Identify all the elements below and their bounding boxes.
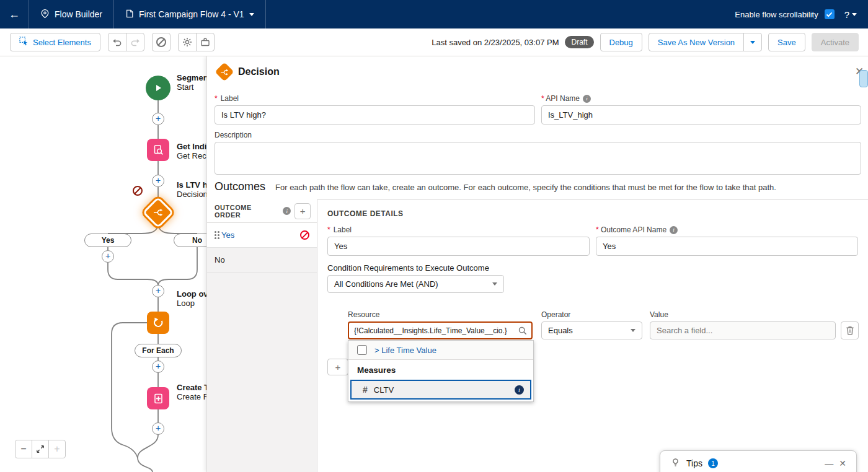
add-element-button[interactable]: +: [152, 361, 164, 373]
toolbox-icon: [200, 37, 210, 47]
play-icon: [153, 83, 163, 93]
add-element-button[interactable]: +: [102, 250, 114, 263]
add-element-button[interactable]: +: [152, 422, 164, 435]
value-input[interactable]: [650, 321, 836, 339]
app-header: ← Flow Builder First Campaign Flow 4 - V…: [0, 0, 868, 28]
description-textarea[interactable]: [215, 142, 861, 175]
expand-icon: [36, 445, 45, 453]
delete-outcome-icon[interactable]: [300, 230, 309, 240]
dropdown-back-row[interactable]: > Life Time Value: [348, 341, 533, 360]
add-condition-button[interactable]: +: [327, 359, 348, 375]
redo-button[interactable]: [126, 33, 144, 51]
minimize-button[interactable]: —: [825, 458, 833, 468]
status-badge: Draft: [565, 36, 593, 48]
operator-select[interactable]: Equals: [541, 321, 642, 339]
save-as-new-version-button[interactable]: Save As New Version: [649, 33, 744, 51]
dropdown-section-header: Measures: [348, 360, 533, 378]
close-tips-button[interactable]: ✕: [839, 458, 846, 468]
select-elements-label: Select Elements: [33, 38, 91, 47]
start-node[interactable]: [146, 76, 170, 100]
dropdown-item-cltv[interactable]: # CLTV i: [350, 380, 531, 400]
get-records-label: Get IndiGet Reco: [177, 142, 206, 160]
add-element-button[interactable]: +: [152, 113, 164, 125]
info-icon[interactable]: i: [670, 226, 678, 234]
save-button[interactable]: Save: [768, 33, 805, 51]
outcomes-heading-row: Outcomes For each path the flow can take…: [215, 180, 776, 193]
header-right: Enable flow scrollability ?: [735, 9, 868, 20]
tips-count-badge: 1: [708, 458, 718, 468]
resource-label: Resource: [348, 310, 379, 319]
toolbox-button[interactable]: [196, 33, 215, 51]
help-menu[interactable]: ?: [844, 9, 857, 20]
tips-label: Tips: [686, 458, 702, 468]
scrollability-checkbox[interactable]: [825, 9, 835, 19]
get-records-node[interactable]: [147, 139, 169, 161]
debug-button[interactable]: Debug: [600, 33, 642, 51]
outcome-order-list: OUTCOME ORDER i + Yes No: [207, 199, 317, 472]
info-icon[interactable]: i: [515, 385, 524, 395]
view-errors-button[interactable]: [152, 33, 170, 51]
resource-combobox[interactable]: [348, 321, 533, 339]
value-label: Value: [650, 310, 668, 319]
save-as-group: Save As New Version: [649, 33, 762, 51]
loop-node[interactable]: [147, 312, 169, 334]
outcome-item-yes[interactable]: Yes: [207, 223, 317, 248]
outcome-item-label: Yes: [221, 230, 234, 240]
outcome-order-header: OUTCOME ORDER i +: [207, 199, 317, 223]
record-lookup-icon: [153, 144, 164, 156]
check-icon: [826, 12, 833, 17]
divider: [265, 0, 266, 28]
loop-icon: [153, 317, 164, 329]
create-records-label: Create TCreate R: [177, 383, 206, 401]
pill-label: For Each: [142, 346, 174, 355]
location-pin-icon: [40, 9, 50, 20]
panel-scrollbar[interactable]: [859, 70, 868, 87]
outcome-api-input[interactable]: [596, 237, 858, 256]
undo-redo-group: [108, 33, 144, 51]
info-icon[interactable]: i: [583, 95, 591, 103]
outcome-label-input[interactable]: [327, 237, 590, 256]
zoom-out-button[interactable]: −: [15, 440, 32, 458]
back-button[interactable]: ←: [0, 0, 29, 28]
select-elements-button[interactable]: Select Elements: [10, 33, 100, 51]
delete-condition-button[interactable]: [841, 321, 859, 339]
help-icon: ?: [844, 9, 849, 20]
label-input[interactable]: [215, 105, 535, 125]
outcome-pill-no[interactable]: No: [174, 234, 206, 247]
fit-to-view-button[interactable]: [32, 440, 49, 458]
outcome-item-no[interactable]: No: [207, 248, 317, 273]
api-name-input[interactable]: [541, 105, 861, 125]
tips-popup: Tips 1 — ✕: [660, 450, 857, 472]
zoom-in-button[interactable]: +: [48, 440, 66, 458]
resource-input[interactable]: [354, 326, 514, 335]
drag-handle-icon[interactable]: [215, 231, 216, 233]
flow-canvas[interactable]: SegmenStart Get IndiGet Reco Is LTV hiDe…: [0, 56, 206, 472]
undo-button[interactable]: [108, 33, 126, 51]
back-label: Life Time Value: [381, 346, 436, 355]
redo-icon: [130, 37, 140, 47]
decision-node[interactable]: [144, 199, 172, 226]
outcome-item-label: No: [215, 255, 225, 264]
outcome-api-label: Outcome API Name: [596, 225, 666, 234]
add-outcome-button[interactable]: +: [294, 203, 311, 219]
checkbox[interactable]: [357, 345, 367, 355]
chevron-down-icon: [631, 329, 636, 332]
description-label: Description: [215, 131, 861, 139]
settings-button[interactable]: [178, 33, 197, 51]
decision-node-label: Is LTV hiDecision: [177, 180, 206, 199]
settings-group: [178, 33, 215, 51]
minus-icon: −: [20, 444, 26, 455]
save-as-dropdown-button[interactable]: [743, 33, 762, 51]
condition-requirements-select[interactable]: All Conditions Are Met (AND): [327, 275, 504, 293]
flow-title-section[interactable]: First Campaign Flow 4 - V1: [114, 0, 265, 28]
for-each-pill[interactable]: For Each: [135, 344, 182, 357]
add-element-button[interactable]: +: [152, 285, 164, 297]
start-node-label: SegmenStart: [177, 73, 206, 92]
outcome-pill-yes[interactable]: Yes: [84, 234, 131, 247]
decision-panel-icon-wrap: [216, 63, 233, 81]
add-element-button[interactable]: +: [152, 175, 164, 187]
flow-connectors: [0, 56, 206, 472]
activate-button[interactable]: Activate: [812, 33, 859, 51]
create-records-node[interactable]: [147, 387, 169, 409]
info-icon[interactable]: i: [283, 207, 291, 215]
